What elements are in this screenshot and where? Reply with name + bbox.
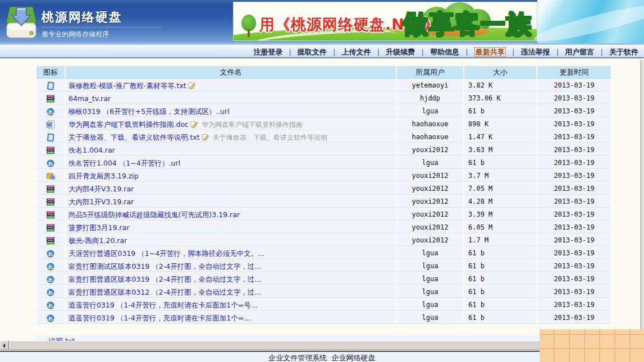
table-row: 菠萝打图3月19.raryouxi20126.05 M2013-03-19	[36, 221, 611, 233]
file-owner: haohaoxue	[397, 131, 463, 143]
table-row: 大内部4开V3.19.raryouxi20127.05 M2013-03-19	[36, 182, 611, 195]
nav-link-7[interactable]: 用户留言	[565, 48, 594, 56]
file-link[interactable]: 富贵打图普通区版本0312 （2-4开打图，全自动过文字，过...	[68, 288, 261, 296]
site-title: 桃源网络硬盘	[42, 9, 122, 26]
url-file-icon: e	[36, 105, 65, 117]
file-link[interactable]: 逍遥苦行0319 （1-4开苦行，充值时请在卡后面加1个=号...	[68, 301, 258, 309]
table-row: 关于播放器、下载、看讲义软件等说明.txt关于播放器、下载、看讲义软件等说明ha…	[36, 131, 611, 143]
nav-link-2[interactable]: 上传文件	[342, 48, 371, 56]
file-size: 61 b	[464, 311, 536, 324]
url-file-icon: e	[36, 260, 65, 272]
page: 桃源网络硬盘 最专业的网络存储程序 用《桃源网络硬盘.Net》 做享客一族 注册…	[0, 0, 644, 362]
file-link[interactable]: 四开青龙厢房3.19.zip	[68, 172, 139, 180]
file-link[interactable]: 关于播放器、下载、看讲义软件等说明.txt	[68, 133, 200, 141]
rar-file-icon	[36, 195, 65, 208]
rar-file-icon	[36, 234, 65, 246]
file-size: 61 b	[464, 105, 536, 117]
file-size: 373.06 K	[464, 92, 536, 104]
file-date: 2013-03-19	[537, 221, 611, 233]
table-row: 佚名1.004.raryouxi20123.63 M2013-03-19	[36, 144, 611, 156]
file-link[interactable]: 64ma_tv.rar	[68, 94, 111, 103]
zip-file-icon	[36, 169, 65, 182]
file-size: 61 b	[464, 299, 536, 311]
file-link[interactable]: 柳根0319 （6开苦行+5开练级，支持测试区）..url	[68, 107, 230, 116]
banner-slogan-text: 做享客一族	[403, 8, 532, 41]
file-owner: youxi2012	[397, 144, 463, 156]
svg-text:e: e	[49, 159, 53, 167]
file-name-cell: 富贵打图测试区版本0319 （2-4开打图，全自动过文字，过...	[66, 260, 396, 272]
file-owner: youxi2012	[397, 234, 463, 246]
table-row: W华为网盘客户端下载资料操作指南.doc华为网盘客户端下载资料操作指南haoha…	[36, 118, 611, 130]
partial-file-name[interactable]: 说明.txt	[49, 337, 75, 341]
file-date: 2013-03-19	[537, 92, 611, 104]
file-owner: lgua	[397, 299, 463, 311]
file-name-cell: 大内部1开V3.19.rar	[66, 195, 396, 208]
file-link[interactable]: 佚名苦行1.004 （1~4开苦行）.url	[68, 159, 180, 167]
url-file-icon: e	[36, 157, 65, 169]
edit-note-icon	[186, 80, 196, 90]
file-size: 61 b	[464, 247, 536, 259]
file-name-cell: 四开青龙厢房3.19.zip	[66, 169, 396, 182]
file-date: 2013-03-19	[537, 105, 611, 117]
file-name-cell: 装修教程-模版-推广教程-素材等等.txt	[66, 79, 396, 91]
table-row: 尚品5开练级防掉喊话超级隐藏找鬼(可先试用)3.19.raryouxi20123…	[36, 208, 611, 221]
file-link[interactable]: 菠萝打图3月19.rar	[68, 223, 129, 232]
file-size: 7.05 M	[464, 182, 536, 195]
svg-text:e: e	[49, 108, 53, 115]
file-link[interactable]: 大内部1开V3.19.rar	[68, 198, 134, 206]
file-date: 2013-03-19	[537, 144, 611, 156]
file-link[interactable]: 富贵打图测试区版本0319 （2-4开打图，全自动过文字，过...	[68, 262, 261, 271]
file-owner: youxi2012	[397, 182, 463, 195]
file-size: 3.82 K	[464, 79, 536, 91]
top-nav: 注册登录｜提取文件｜上传文件｜升级续费｜帮助信息｜最新共享｜违法举报｜用户留言｜…	[0, 45, 644, 58]
nav-separator: ｜	[286, 48, 294, 56]
file-owner: lgua	[397, 157, 463, 169]
file-size: 4.28 M	[464, 195, 536, 208]
file-size: 1.7 M	[464, 234, 536, 246]
file-name-cell: 大内部4开V3.19.rar	[66, 182, 396, 195]
file-link[interactable]: 富贵打图普通区版本0319 （2-4开打图，全自动过文字，过...	[68, 275, 261, 283]
file-link[interactable]: 装修教程-模版-推广教程-素材等等.txt	[68, 81, 186, 90]
file-link[interactable]: 逍遥苦行0319 （1-4开苦行，充值时请在卡后面加1个=...	[68, 314, 250, 322]
footer-text: 企业文件管理系统 企业网络硬盘	[268, 354, 375, 362]
file-size: 3.63 M	[464, 144, 536, 156]
vertical-scrollbar[interactable]	[641, 60, 644, 341]
file-date: 2013-03-19	[537, 299, 611, 311]
file-owner: youxi2012	[397, 195, 463, 208]
nav-link-0[interactable]: 注册登录	[253, 48, 282, 56]
file-description: 关于播放器、下载、看讲义软件等说明	[213, 134, 327, 141]
file-owner: haohaoxue	[397, 118, 463, 130]
site-subtitle: 最专业的网络存储程序	[42, 27, 162, 39]
table-row: e富贵打图普通区版本0312 （2-4开打图，全自动过文字，过...lgua61…	[36, 286, 611, 298]
nav-link-5[interactable]: 最新共享	[474, 47, 506, 57]
nav-link-3[interactable]: 升级续费	[386, 48, 415, 56]
file-date: 2013-03-19	[537, 273, 611, 285]
nav-link-4[interactable]: 帮助信息	[430, 48, 459, 56]
nav-separator: ｜	[375, 48, 382, 56]
file-link[interactable]: 天涯苦行普通区0319 （1~4开苦行，脚本路径必须无中文。...	[68, 249, 264, 258]
banner-ad[interactable]: 用《桃源网络硬盘.Net》 做享客一族	[233, 2, 537, 41]
file-link[interactable]: 佚名1.004.rar	[68, 146, 115, 154]
file-link[interactable]: 大内部4开V3.19.rar	[68, 185, 134, 193]
file-name-cell: 华为网盘客户端下载资料操作指南.doc华为网盘客户端下载资料操作指南	[66, 118, 396, 130]
nav-link-8[interactable]: 关于软件	[609, 48, 638, 56]
file-size: 61 b	[464, 273, 536, 285]
table-row: e富贵打图普通区版本0319 （2-4开打图，全自动过文字，过...lgua61…	[36, 273, 611, 285]
orange-grid-overlay	[540, 329, 644, 362]
svg-text:e: e	[49, 314, 53, 322]
file-link[interactable]: 尚品5开练级防掉喊话超级隐藏找鬼(可先试用)3.19.rar	[68, 210, 240, 219]
url-file-icon: e	[36, 247, 65, 259]
scroll-left-button[interactable]	[0, 341, 9, 350]
nav-link-1[interactable]: 提取文件	[298, 48, 327, 56]
file-name-cell: 佚名1.004.rar	[66, 144, 396, 156]
file-name-cell: 尚品5开练级防掉喊话超级隐藏找鬼(可先试用)3.19.rar	[66, 208, 396, 221]
nav-separator: ｜	[554, 48, 561, 56]
table-row: e逍遥苦行0319 （1-4开苦行，充值时请在卡后面加1个=...lgua61 …	[36, 311, 611, 324]
file-link[interactable]: 华为网盘客户端下载资料操作指南.doc	[68, 120, 189, 129]
file-link[interactable]: 极光-跑商1.20.rar	[68, 236, 127, 245]
edit-note-icon	[200, 131, 209, 142]
nav-link-6[interactable]: 违法举报	[521, 48, 550, 56]
file-name-cell: 关于播放器、下载、看讲义软件等说明.txt关于播放器、下载、看讲义软件等说明	[66, 131, 396, 143]
file-date: 2013-03-19	[537, 182, 611, 195]
table-row: e柳根0319 （6开苦行+5开练级，支持测试区）..urllgua61 b20…	[36, 105, 611, 117]
